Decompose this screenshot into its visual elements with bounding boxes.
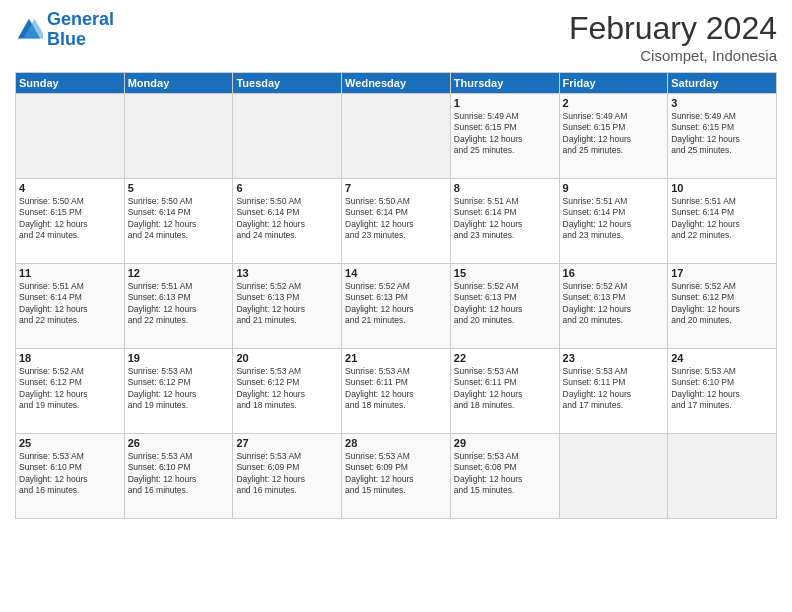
day-number: 8 <box>454 182 556 194</box>
calendar-cell: 17Sunrise: 5:52 AM Sunset: 6:12 PM Dayli… <box>668 264 777 349</box>
day-number: 3 <box>671 97 773 109</box>
day-header-thursday: Thursday <box>450 73 559 94</box>
day-number: 5 <box>128 182 230 194</box>
day-info: Sunrise: 5:53 AM Sunset: 6:09 PM Dayligh… <box>345 451 447 497</box>
day-info: Sunrise: 5:53 AM Sunset: 6:12 PM Dayligh… <box>236 366 338 412</box>
day-info: Sunrise: 5:50 AM Sunset: 6:14 PM Dayligh… <box>236 196 338 242</box>
calendar-title: February 2024 <box>569 10 777 47</box>
day-number: 26 <box>128 437 230 449</box>
calendar-cell: 11Sunrise: 5:51 AM Sunset: 6:14 PM Dayli… <box>16 264 125 349</box>
day-number: 27 <box>236 437 338 449</box>
day-info: Sunrise: 5:52 AM Sunset: 6:13 PM Dayligh… <box>454 281 556 327</box>
calendar-cell: 27Sunrise: 5:53 AM Sunset: 6:09 PM Dayli… <box>233 434 342 519</box>
day-info: Sunrise: 5:53 AM Sunset: 6:12 PM Dayligh… <box>128 366 230 412</box>
calendar-cell: 8Sunrise: 5:51 AM Sunset: 6:14 PM Daylig… <box>450 179 559 264</box>
calendar-cell <box>124 94 233 179</box>
day-info: Sunrise: 5:49 AM Sunset: 6:15 PM Dayligh… <box>563 111 665 157</box>
calendar-cell: 25Sunrise: 5:53 AM Sunset: 6:10 PM Dayli… <box>16 434 125 519</box>
day-info: Sunrise: 5:49 AM Sunset: 6:15 PM Dayligh… <box>454 111 556 157</box>
day-info: Sunrise: 5:51 AM Sunset: 6:14 PM Dayligh… <box>563 196 665 242</box>
day-info: Sunrise: 5:51 AM Sunset: 6:13 PM Dayligh… <box>128 281 230 327</box>
day-info: Sunrise: 5:51 AM Sunset: 6:14 PM Dayligh… <box>671 196 773 242</box>
calendar-cell <box>16 94 125 179</box>
day-number: 9 <box>563 182 665 194</box>
calendar-cell: 16Sunrise: 5:52 AM Sunset: 6:13 PM Dayli… <box>559 264 668 349</box>
header: General Blue February 2024 Cisompet, Ind… <box>15 10 777 64</box>
calendar-cell: 12Sunrise: 5:51 AM Sunset: 6:13 PM Dayli… <box>124 264 233 349</box>
day-info: Sunrise: 5:53 AM Sunset: 6:09 PM Dayligh… <box>236 451 338 497</box>
week-row-1: 4Sunrise: 5:50 AM Sunset: 6:15 PM Daylig… <box>16 179 777 264</box>
day-number: 12 <box>128 267 230 279</box>
day-header-sunday: Sunday <box>16 73 125 94</box>
day-number: 2 <box>563 97 665 109</box>
day-header-saturday: Saturday <box>668 73 777 94</box>
week-row-4: 25Sunrise: 5:53 AM Sunset: 6:10 PM Dayli… <box>16 434 777 519</box>
day-number: 13 <box>236 267 338 279</box>
calendar-cell: 9Sunrise: 5:51 AM Sunset: 6:14 PM Daylig… <box>559 179 668 264</box>
day-number: 10 <box>671 182 773 194</box>
day-number: 21 <box>345 352 447 364</box>
day-number: 20 <box>236 352 338 364</box>
calendar-cell: 6Sunrise: 5:50 AM Sunset: 6:14 PM Daylig… <box>233 179 342 264</box>
week-row-0: 1Sunrise: 5:49 AM Sunset: 6:15 PM Daylig… <box>16 94 777 179</box>
calendar-cell: 23Sunrise: 5:53 AM Sunset: 6:11 PM Dayli… <box>559 349 668 434</box>
day-number: 6 <box>236 182 338 194</box>
calendar-cell: 1Sunrise: 5:49 AM Sunset: 6:15 PM Daylig… <box>450 94 559 179</box>
day-number: 28 <box>345 437 447 449</box>
day-number: 15 <box>454 267 556 279</box>
week-row-2: 11Sunrise: 5:51 AM Sunset: 6:14 PM Dayli… <box>16 264 777 349</box>
day-info: Sunrise: 5:52 AM Sunset: 6:12 PM Dayligh… <box>19 366 121 412</box>
day-info: Sunrise: 5:53 AM Sunset: 6:10 PM Dayligh… <box>128 451 230 497</box>
calendar-cell: 21Sunrise: 5:53 AM Sunset: 6:11 PM Dayli… <box>342 349 451 434</box>
calendar-cell: 4Sunrise: 5:50 AM Sunset: 6:15 PM Daylig… <box>16 179 125 264</box>
day-number: 1 <box>454 97 556 109</box>
calendar-cell: 28Sunrise: 5:53 AM Sunset: 6:09 PM Dayli… <box>342 434 451 519</box>
calendar-cell <box>668 434 777 519</box>
day-info: Sunrise: 5:49 AM Sunset: 6:15 PM Dayligh… <box>671 111 773 157</box>
title-block: February 2024 Cisompet, Indonesia <box>569 10 777 64</box>
calendar-cell: 2Sunrise: 5:49 AM Sunset: 6:15 PM Daylig… <box>559 94 668 179</box>
calendar-cell: 18Sunrise: 5:52 AM Sunset: 6:12 PM Dayli… <box>16 349 125 434</box>
day-info: Sunrise: 5:53 AM Sunset: 6:10 PM Dayligh… <box>19 451 121 497</box>
calendar-cell: 26Sunrise: 5:53 AM Sunset: 6:10 PM Dayli… <box>124 434 233 519</box>
day-number: 29 <box>454 437 556 449</box>
day-number: 14 <box>345 267 447 279</box>
calendar-cell: 7Sunrise: 5:50 AM Sunset: 6:14 PM Daylig… <box>342 179 451 264</box>
day-number: 16 <box>563 267 665 279</box>
day-info: Sunrise: 5:51 AM Sunset: 6:14 PM Dayligh… <box>454 196 556 242</box>
day-number: 7 <box>345 182 447 194</box>
day-info: Sunrise: 5:51 AM Sunset: 6:14 PM Dayligh… <box>19 281 121 327</box>
day-info: Sunrise: 5:52 AM Sunset: 6:12 PM Dayligh… <box>671 281 773 327</box>
calendar-cell: 10Sunrise: 5:51 AM Sunset: 6:14 PM Dayli… <box>668 179 777 264</box>
calendar-cell: 20Sunrise: 5:53 AM Sunset: 6:12 PM Dayli… <box>233 349 342 434</box>
calendar-cell <box>233 94 342 179</box>
calendar-subtitle: Cisompet, Indonesia <box>569 47 777 64</box>
calendar-cell: 13Sunrise: 5:52 AM Sunset: 6:13 PM Dayli… <box>233 264 342 349</box>
day-number: 25 <box>19 437 121 449</box>
day-header-monday: Monday <box>124 73 233 94</box>
day-info: Sunrise: 5:50 AM Sunset: 6:15 PM Dayligh… <box>19 196 121 242</box>
calendar-table: SundayMondayTuesdayWednesdayThursdayFrid… <box>15 72 777 519</box>
day-header-wednesday: Wednesday <box>342 73 451 94</box>
day-number: 23 <box>563 352 665 364</box>
logo: General Blue <box>15 10 114 50</box>
logo-icon <box>15 16 43 44</box>
day-info: Sunrise: 5:53 AM Sunset: 6:10 PM Dayligh… <box>671 366 773 412</box>
day-header-friday: Friday <box>559 73 668 94</box>
calendar-cell: 5Sunrise: 5:50 AM Sunset: 6:14 PM Daylig… <box>124 179 233 264</box>
day-number: 22 <box>454 352 556 364</box>
day-header-tuesday: Tuesday <box>233 73 342 94</box>
day-info: Sunrise: 5:53 AM Sunset: 6:11 PM Dayligh… <box>563 366 665 412</box>
calendar-cell: 3Sunrise: 5:49 AM Sunset: 6:15 PM Daylig… <box>668 94 777 179</box>
calendar-cell: 15Sunrise: 5:52 AM Sunset: 6:13 PM Dayli… <box>450 264 559 349</box>
day-number: 18 <box>19 352 121 364</box>
calendar-cell <box>342 94 451 179</box>
day-info: Sunrise: 5:52 AM Sunset: 6:13 PM Dayligh… <box>563 281 665 327</box>
page: General Blue February 2024 Cisompet, Ind… <box>0 0 792 612</box>
day-number: 19 <box>128 352 230 364</box>
calendar-cell: 14Sunrise: 5:52 AM Sunset: 6:13 PM Dayli… <box>342 264 451 349</box>
calendar-cell: 24Sunrise: 5:53 AM Sunset: 6:10 PM Dayli… <box>668 349 777 434</box>
day-info: Sunrise: 5:53 AM Sunset: 6:11 PM Dayligh… <box>454 366 556 412</box>
calendar-cell <box>559 434 668 519</box>
day-info: Sunrise: 5:53 AM Sunset: 6:11 PM Dayligh… <box>345 366 447 412</box>
